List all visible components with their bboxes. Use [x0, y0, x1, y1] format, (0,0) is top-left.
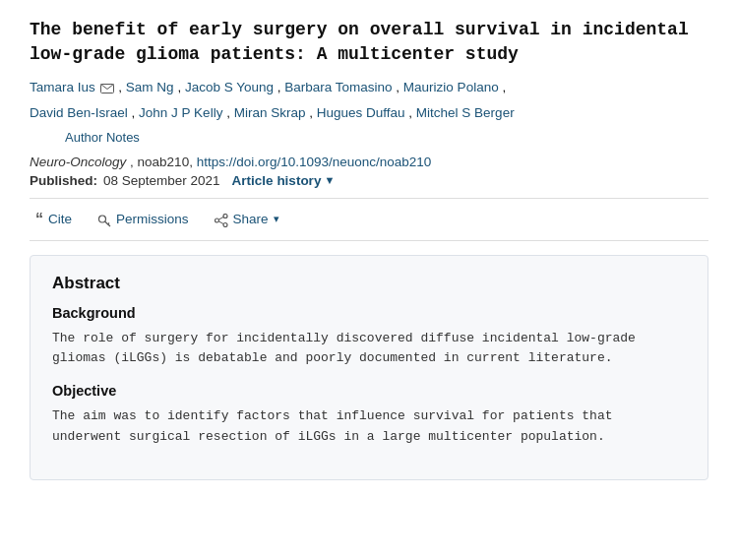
published-label: Published: — [30, 173, 97, 188]
author-john-kelly[interactable]: John J P Kelly — [139, 105, 222, 120]
author-separator-4: , — [396, 80, 403, 94]
svg-point-6 — [223, 222, 227, 226]
article-title: The benefit of early surgery on overall … — [30, 18, 708, 67]
authors-line-2: David Ben-Israel , John J P Kelly , Mira… — [30, 102, 708, 124]
email-icon-wrapper — [100, 77, 114, 98]
email-icon — [100, 84, 114, 93]
author-barbara-tomasino[interactable]: Barbara Tomasino — [284, 80, 392, 94]
cite-label: Cite — [48, 212, 72, 226]
authors-line: Tamara Ius , Sam Ng , Jacob S Young , Ba… — [30, 77, 708, 98]
cite-button[interactable]: “ Cite — [30, 207, 78, 232]
permissions-button[interactable]: Permissions — [92, 207, 195, 230]
svg-line-7 — [218, 217, 223, 219]
author-separator-5: , — [502, 80, 506, 94]
svg-line-8 — [218, 221, 223, 224]
author-jacob-young[interactable]: Jacob S Young — [185, 80, 274, 94]
permissions-label: Permissions — [116, 212, 189, 226]
cite-icon: “ — [35, 211, 43, 228]
author-separator-7: , — [226, 105, 234, 120]
author-maurizio-polano[interactable]: Maurizio Polano — [403, 80, 499, 94]
svg-point-4 — [223, 214, 227, 218]
objective-heading: Objective — [52, 383, 686, 399]
journal-issue: noab210, — [138, 155, 193, 169]
actions-bar: “ Cite Permissions — [30, 198, 708, 241]
article-history-button[interactable]: Article history ▼ — [232, 173, 336, 188]
journal-ref: , — [130, 155, 138, 169]
main-container: The benefit of early surgery on overall … — [0, 0, 738, 498]
abstract-title: Abstract — [52, 274, 686, 293]
article-history-label: Article history — [232, 173, 322, 188]
author-separator-2: , — [177, 80, 185, 94]
published-line: Published: 08 September 2021 Article his… — [30, 173, 708, 188]
article-history-arrow: ▼ — [324, 174, 335, 186]
background-heading: Background — [52, 305, 686, 321]
author-david-ben-israel[interactable]: David Ben-Israel — [30, 105, 128, 120]
author-separator-8: , — [309, 105, 317, 120]
author-sam-ng[interactable]: Sam Ng — [126, 80, 174, 94]
published-date: 08 September 2021 — [103, 173, 220, 188]
journal-name: Neuro-Oncology — [30, 155, 126, 169]
svg-point-1 — [99, 216, 106, 222]
author-notes-wrapper: Author Notes — [47, 128, 708, 145]
share-icon — [215, 211, 228, 226]
author-mitchel-berger[interactable]: Mitchel S Berger — [416, 105, 515, 120]
journal-line: Neuro-Oncology , noab210, https://doi.or… — [30, 155, 708, 169]
author-tamara-ius[interactable]: Tamara Ius — [30, 80, 95, 94]
author-separator-1: , — [118, 80, 126, 94]
svg-point-5 — [215, 218, 218, 222]
author-separator-9: , — [408, 105, 416, 120]
author-notes-link[interactable]: Author Notes — [65, 130, 140, 145]
abstract-box: Abstract Background The role of surgery … — [30, 255, 708, 480]
key-icon — [97, 211, 111, 226]
svg-line-3 — [108, 222, 110, 224]
background-text: The role of surgery for incidentally dis… — [52, 329, 686, 370]
author-miran-skrap[interactable]: Miran Skrap — [234, 105, 306, 120]
author-hugues-duffau[interactable]: Hugues Duffau — [317, 105, 405, 120]
doi-link[interactable]: https://doi.org/10.1093/neuonc/noab210 — [197, 155, 432, 169]
objective-text: The aim was to identify factors that inf… — [52, 406, 686, 448]
share-arrow: ▾ — [274, 213, 279, 225]
share-label: Share — [233, 212, 269, 226]
share-button[interactable]: Share ▾ — [209, 207, 285, 230]
author-separator-6: , — [132, 105, 140, 120]
